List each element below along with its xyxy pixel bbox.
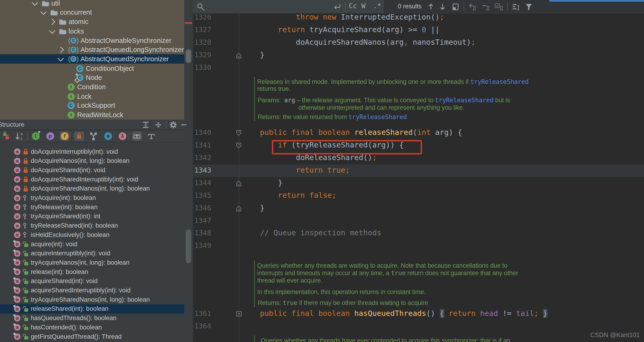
structure-item-doAcquireNanos[interactable]: mdoAcquireNanos(int, long): boolean	[0, 156, 184, 166]
tree-item-AbstractOwnableSynchronizer[interactable]: (C)AbstractOwnableSynchronizer	[0, 36, 184, 45]
show-fields-icon[interactable]: f	[60, 131, 70, 141]
scrollbar-top-indicator	[549, 0, 644, 2]
show-properties-icon[interactable]: p	[45, 131, 55, 141]
arrow-down-icon[interactable]	[438, 2, 447, 11]
structure-item-acquireInterruptibly[interactable]: macquireInterruptibly(int): void	[0, 249, 184, 258]
structure-item-doAcquireInterruptibly[interactable]: mdoAcquireInterruptibly(int): void	[0, 147, 184, 156]
code-line-1344[interactable]: 1344}	[193, 177, 644, 190]
fold-marker[interactable]	[236, 52, 242, 59]
sort-alphabetically-icon[interactable]: az	[14, 131, 24, 141]
structure-item-tryRelease[interactable]: mtryRelease(int): boolean	[0, 202, 184, 212]
chevron-down-icon[interactable]	[49, 27, 55, 34]
code-line-1330[interactable]: 1330	[193, 62, 644, 74]
code-line-1347[interactable]: 1347	[193, 215, 644, 227]
fold-end-icon	[236, 52, 242, 59]
code-line-1349[interactable]: 1349	[193, 240, 644, 252]
code-line-1343[interactable]: 1343return true;	[193, 164, 644, 177]
chevron-right-icon[interactable]	[58, 47, 64, 53]
code-line-1345[interactable]: 1345return false;	[193, 190, 644, 202]
method-icon: m	[14, 148, 20, 155]
structure-item-tryAcquireNanos[interactable]: mtryAcquireNanos(int, long): boolean	[0, 258, 184, 267]
code-line-1346[interactable]: 1346}	[193, 202, 644, 215]
show-anonymous-icon[interactable]	[103, 131, 113, 141]
remove-occurrence-icon[interactable]	[481, 2, 490, 11]
collapse-all-icon[interactable]	[154, 121, 162, 129]
structure-scrollbar-thumb[interactable]	[186, 230, 191, 263]
tree-item-LockSupport[interactable]: CLockSupport	[0, 101, 184, 110]
filter-results-icon[interactable]	[512, 2, 521, 11]
toggle-regex[interactable]: .*	[373, 2, 381, 10]
tree-item-locks[interactable]: locks	[0, 26, 184, 36]
fold-marker[interactable]	[236, 130, 242, 137]
fold-marker[interactable]	[236, 311, 242, 318]
code-line-1364[interactable]: 1364	[193, 320, 644, 333]
tree-item-concurrent[interactable]: concurrent	[0, 8, 184, 17]
tree-item-util[interactable]: util	[0, 0, 184, 8]
structure-item-tryAcquire[interactable]: mtryAcquire(int): boolean	[0, 193, 184, 203]
code-line-1329[interactable]: 1329}	[193, 49, 644, 62]
expand-all-icon[interactable]	[142, 121, 150, 129]
show-lambdas-icon[interactable]: λ	[118, 131, 127, 141]
structure-item-tryAcquireShared[interactable]: mtryAcquireShared(int): int	[0, 212, 184, 221]
filter-funnel-icon[interactable]	[524, 2, 534, 11]
structure-item-acquireSharedInterruptibly[interactable]: macquireSharedInterruptibly(int): void	[0, 286, 184, 295]
toggle-words[interactable]: W	[362, 2, 365, 10]
fold-marker[interactable]	[236, 142, 242, 150]
code-line-1328[interactable]: 1328doAcquireSharedNanos(arg, nanosTimeo…	[193, 36, 644, 49]
search-bar[interactable]: 0 results CcW.*	[193, 0, 644, 14]
tree-item-Condition[interactable]: ICondition	[0, 82, 184, 91]
tree-item-Node[interactable]: CNode	[0, 73, 184, 82]
fold-end-icon	[236, 205, 242, 212]
group-methods-icon[interactable]	[88, 131, 98, 141]
settings-gear-icon[interactable]	[169, 121, 177, 129]
tree-item-atomic[interactable]: atomic	[0, 17, 184, 26]
show-inherited-icon[interactable]: I	[31, 131, 40, 141]
structure-item-doAcquireShared[interactable]: mdoAcquireShared(int): void	[0, 165, 184, 175]
tree-item-AbstractQueuedSynchronizer[interactable]: (C)AbstractQueuedSynchronizer	[0, 54, 184, 64]
tree-scrollbar-thumb[interactable]	[186, 49, 191, 63]
structure-item-tryAcquireSharedNanos[interactable]: mtryAcquireSharedNanos(int, long): boole…	[0, 295, 184, 304]
structure-item-releaseShared[interactable]: mreleaseShared(int): boolean	[0, 304, 184, 314]
structure-item-tryReleaseShared[interactable]: mtryReleaseShared(int): boolean	[0, 221, 184, 230]
code-line-1327[interactable]: 1327return tryAcquireShared(arg) >= 0 ||	[193, 24, 644, 36]
structure-item-getFirstQueuedThread[interactable]: mgetFirstQueuedThread(): Thread	[0, 332, 184, 341]
newline-arrow-icon[interactable]	[333, 2, 342, 11]
arrow-up-icon[interactable]	[426, 2, 436, 11]
structure-item-doAcquireSharedInterruptibly[interactable]: mdoAcquireSharedInterruptibly(int): void	[0, 175, 184, 184]
fold-marker[interactable]	[236, 205, 242, 212]
hide-panel-icon[interactable]	[180, 121, 188, 129]
lock-private-icon	[23, 148, 28, 155]
add-occurrence-icon[interactable]	[468, 2, 477, 11]
tree-item-ConditionObject[interactable]: CConditionObject	[0, 64, 184, 73]
structure-item-hasQueuedThreads[interactable]: mhasQueuedThreads(): boolean	[0, 314, 184, 323]
chevron-down-icon[interactable]	[40, 9, 47, 15]
code-line-1348[interactable]: 1348// Queue inspection methods	[193, 227, 644, 240]
search-icon[interactable]	[196, 2, 206, 11]
doc-comment-border	[254, 77, 255, 121]
tree-item-Lock[interactable]: ILock	[0, 92, 184, 101]
structure-item-acquire[interactable]: macquire(int): void	[0, 240, 184, 249]
tree-item-AbstractQueuedLongSynchronizer[interactable]: (C)AbstractQueuedLongSynchronizer	[0, 45, 184, 54]
find-in-selection-icon[interactable]	[451, 2, 460, 11]
search-input[interactable]	[210, 2, 332, 12]
autoscroll-to-source-icon[interactable]	[132, 131, 142, 141]
structure-item-doAcquireSharedNanos[interactable]: mdoAcquireSharedNanos(int, long): boolea…	[0, 184, 184, 193]
code-text: public final boolean releaseShared(int a…	[260, 128, 462, 137]
chevron-down-icon[interactable]	[32, 0, 38, 5]
chevron-down-icon[interactable]	[58, 55, 64, 61]
chevron-right-icon[interactable]	[49, 19, 55, 25]
structure-item-hasContended[interactable]: mhasContended(): boolean	[0, 323, 184, 332]
fold-marker[interactable]	[236, 180, 242, 187]
sort-by-visibility-icon[interactable]	[2, 131, 11, 141]
autoscroll-from-source-icon[interactable]	[146, 131, 156, 141]
structure-item-release[interactable]: mrelease(int): boolean	[0, 267, 184, 277]
code-editor[interactable]: 1326throw new InterruptedException();132…	[193, 0, 644, 342]
tree-item-ReadWriteLock[interactable]: IReadWriteLock	[0, 110, 184, 119]
structure-item-isHeldExclusively[interactable]: misHeldExclusively(): boolean	[0, 230, 184, 240]
show-non-public-icon[interactable]	[74, 131, 84, 141]
toggle-match-case[interactable]: Cc	[349, 2, 357, 10]
structure-item-acquireShared[interactable]: macquireShared(int): void	[0, 277, 184, 286]
code-line-1340[interactable]: 1340public final boolean releaseShared(i…	[193, 127, 644, 139]
select-all-occurrences-icon[interactable]	[494, 2, 504, 11]
code-line-1361[interactable]: 1361public final boolean hasQueuedThread…	[193, 308, 644, 320]
